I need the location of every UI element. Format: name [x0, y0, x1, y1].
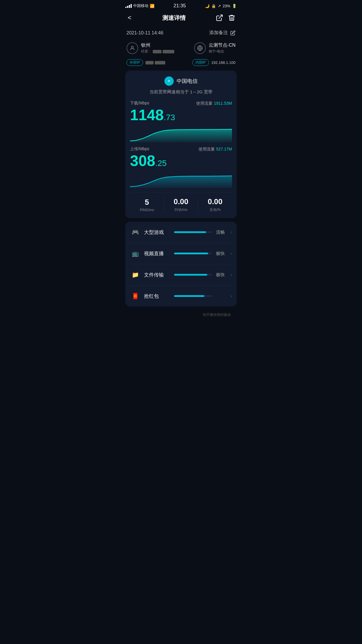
status-left: 中国移动 📶 — [125, 3, 154, 8]
usage-name-0: 大型游戏 — [144, 229, 174, 236]
status-bar: 中国移动 📶 21:35 🌙 🔒 ↗ 23% 🔋 — [121, 0, 241, 10]
back-button[interactable]: < — [126, 13, 133, 23]
coord-blur2 — [163, 50, 174, 53]
delete-icon[interactable] — [228, 14, 236, 22]
nav-bar: < 测速详情 — [121, 10, 241, 26]
usage-bar-area-2: 极快 › — [174, 272, 232, 278]
download-section: 下载/Mbps 使用流量 1911.53M 1148.73 — [130, 101, 232, 142]
download-traffic: 使用流量 1911.53M — [196, 101, 232, 106]
usage-name-2: 文件传输 — [144, 272, 174, 278]
server-sub: 南宁-电信 — [209, 49, 236, 54]
svg-text:中: 中 — [168, 80, 170, 83]
usage-name-3: 抢红包 — [144, 293, 174, 300]
usage-status-1: 极快 — [215, 251, 225, 256]
usage-item[interactable]: 🎮 大型游戏 流畅 › — [130, 222, 232, 243]
battery-icon: 🔋 — [232, 4, 237, 8]
ext-ip-blur2 — [155, 61, 165, 64]
isp-header: 中 中国电信 — [130, 76, 232, 86]
download-traffic-label: 使用流量 — [196, 101, 212, 106]
globe-icon — [194, 42, 206, 54]
server-text: 云测节点-CN 南宁-电信 — [209, 42, 236, 54]
download-label-row: 下载/Mbps 使用流量 1911.53M — [130, 101, 232, 106]
battery-label: 23% — [223, 4, 230, 8]
download-value: 1148.73 — [130, 107, 232, 123]
lock-icon: 🔒 — [211, 4, 216, 8]
usage-list: 🎮 大型游戏 流畅 › 📺 视频直播 极快 › 📁 文件传输 极快 › — [130, 222, 232, 307]
bottom-note: 知乎极快情的蒙叔 — [125, 310, 237, 320]
internal-ip-badge: 内部IP — [192, 59, 209, 66]
usage-item[interactable]: 📁 文件传输 极快 › — [130, 264, 232, 286]
edit-icon — [230, 30, 236, 36]
ping-row: 5 PING/ms 0.00 抖动/ms 0.00 丢包/% — [130, 192, 232, 212]
status-right: 🌙 🔒 ↗ 23% 🔋 — [205, 4, 237, 8]
add-note-button[interactable]: 添加备注 — [209, 30, 236, 36]
packet-loss-value: 0.00 — [198, 197, 232, 206]
server-info: 云测节点-CN 南宁-电信 — [194, 42, 236, 54]
upload-decimal: .25 — [155, 159, 167, 168]
usage-bar-area-3: › — [174, 293, 232, 299]
ping-item: 5 PING/ms — [130, 198, 164, 212]
internal-ip-section: 内部IP 192.168.1.100 — [192, 59, 236, 66]
usage-bar-0 — [174, 231, 212, 233]
usage-status-0: 流畅 — [215, 230, 225, 235]
usage-bar-fill-0 — [174, 231, 206, 233]
isp-name: 中国电信 — [177, 78, 198, 85]
svg-point-1 — [131, 46, 133, 48]
datetime-label: 2021-10-11 14:46 — [126, 30, 163, 36]
telecom-logo: 中 — [164, 76, 174, 86]
packet-loss-label: 丢包/% — [198, 207, 232, 212]
moon-icon: 🌙 — [205, 4, 210, 8]
usage-item[interactable]: 🧧 抢红包 › — [130, 286, 232, 307]
download-main: 1148 — [130, 106, 164, 123]
usage-bar-fill-1 — [174, 253, 208, 254]
upload-traffic: 使用流量 527.17M — [198, 146, 232, 152]
external-ip-value — [145, 61, 165, 64]
download-traffic-value: 1911.53M — [214, 101, 232, 106]
usage-bar-fill-2 — [174, 274, 207, 276]
coord-row: 经度： — [141, 49, 174, 54]
chevron-icon-2: › — [231, 272, 232, 277]
jitter-item: 0.00 抖动/ms — [164, 197, 198, 212]
usage-card: 🎮 大型游戏 流畅 › 📺 视频直播 极快 › 📁 文件传输 极快 › — [125, 222, 237, 307]
packet-loss-item: 0.00 丢包/% — [198, 197, 232, 212]
usage-status-2: 极快 — [215, 272, 225, 278]
coord-label: 经度： — [141, 49, 152, 54]
signal-icon — [125, 4, 132, 8]
chevron-icon-3: › — [231, 293, 232, 299]
jitter-label: 抖动/ms — [164, 207, 198, 212]
usage-bar-1 — [174, 253, 212, 254]
location-text: 钦州 经度： — [141, 42, 174, 54]
svg-line-0 — [219, 15, 222, 18]
location-icon: ↗ — [218, 4, 221, 8]
usage-icon-1: 📺 — [130, 248, 140, 259]
upload-chart — [130, 171, 232, 188]
upload-main: 308 — [130, 152, 155, 169]
time-label: 21:35 — [173, 3, 186, 9]
carrier-label: 中国移动 — [133, 3, 148, 8]
upload-value: 308.25 — [130, 153, 232, 168]
usage-bar-2 — [174, 274, 212, 276]
location-info: 钦州 经度： — [126, 42, 174, 54]
coord-blur1 — [153, 50, 161, 53]
speed-description: 当前宽带网速相当于 1～2G 宽带 — [130, 89, 232, 95]
usage-icon-2: 📁 — [130, 270, 140, 280]
main-content: 2021-10-11 14:46 添加备注 钦州 经度： — [121, 26, 241, 320]
add-note-label: 添加备注 — [209, 30, 228, 36]
internal-ip-value: 192.168.1.100 — [211, 60, 236, 65]
usage-bar-3 — [174, 295, 212, 297]
chevron-icon-1: › — [231, 251, 232, 256]
download-decimal: .73 — [164, 113, 175, 122]
server-name: 云测节点-CN — [209, 42, 236, 48]
external-ip-section: 外部IP — [126, 59, 165, 66]
page-title: 测速详情 — [162, 14, 186, 22]
ping-value: 5 — [130, 198, 164, 207]
wifi-icon: 📶 — [150, 4, 154, 8]
download-chart — [130, 125, 232, 142]
usage-item[interactable]: 📺 视频直播 极快 › — [130, 243, 232, 264]
usage-icon-3: 🧧 — [130, 291, 140, 301]
upload-label-row: 上传/Mbps 使用流量 527.17M — [130, 146, 232, 152]
share-icon[interactable] — [216, 14, 223, 22]
nav-actions — [216, 14, 236, 22]
city-name: 钦州 — [141, 42, 174, 48]
ping-label: PING/ms — [130, 208, 164, 212]
